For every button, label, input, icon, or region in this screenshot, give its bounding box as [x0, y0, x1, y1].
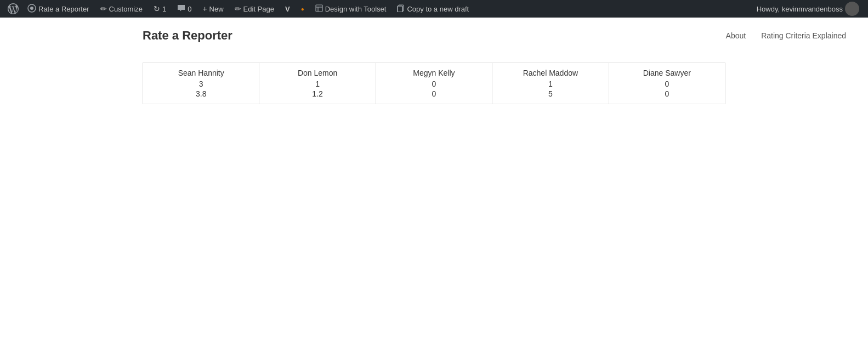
new-label: New	[209, 5, 224, 13]
updates-icon: ↻	[154, 4, 160, 13]
admin-bar-updates[interactable]: ↻ 1	[148, 0, 172, 18]
toolset-v-icon: V	[285, 5, 290, 13]
reporter-count-3: 1	[501, 80, 599, 88]
admin-bar-copy-draft[interactable]: Copy to a new draft	[392, 0, 474, 18]
admin-bar-edit-page[interactable]: ✏ Edit Page	[229, 0, 280, 18]
admin-greeting: Howdy, kevinmvandenboss	[757, 5, 843, 13]
customize-label: Customize	[109, 5, 143, 13]
reporter-rating-4: 0	[618, 89, 716, 98]
reporter-cell-0[interactable]: Sean Hannity 3 3.8	[143, 63, 259, 104]
edit-page-icon: ✏	[235, 4, 241, 13]
reporter-name-2: Megyn Kelly	[385, 69, 483, 77]
page-content: Rate a Reporter About Rating Criteria Ex…	[0, 18, 868, 356]
comments-icon	[177, 4, 185, 13]
reporter-rating-1: 1.2	[268, 89, 366, 98]
admin-bar-design-toolset[interactable]: Design with Toolset	[310, 0, 392, 18]
admin-bar-right: Howdy, kevinmvandenboss	[752, 2, 864, 16]
reporter-table-body: Sean Hannity 3 3.8 Don Lemon 1 1.2 Megyn…	[143, 63, 725, 104]
design-toolset-icon	[315, 4, 323, 14]
site-link-label: Rate a Reporter	[38, 5, 89, 13]
new-icon: +	[202, 4, 207, 13]
admin-bar: Rate a Reporter ✏ Customize ↻ 1 0 + New …	[0, 0, 868, 18]
table-container: Sean Hannity 3 3.8 Don Lemon 1 1.2 Megyn…	[0, 52, 868, 126]
edit-page-label: Edit Page	[243, 5, 274, 13]
reporter-name-1: Don Lemon	[268, 69, 366, 77]
admin-bar-comments[interactable]: 0	[172, 0, 197, 18]
customize-icon: ✏	[100, 4, 107, 13]
reporter-cell-1[interactable]: Don Lemon 1 1.2	[259, 63, 376, 104]
admin-bar-toolset-dot[interactable]: ●	[296, 0, 310, 18]
site-title: Rate a Reporter	[143, 29, 232, 43]
reporter-name-3: Rachel Maddow	[501, 69, 599, 77]
reporter-count-4: 0	[618, 80, 716, 88]
reporter-cell-2[interactable]: Megyn Kelly 0 0	[376, 63, 492, 104]
design-toolset-label: Design with Toolset	[325, 5, 387, 13]
reporter-rating-3: 5	[501, 89, 599, 98]
reporter-cell-3[interactable]: Rachel Maddow 1 5	[492, 63, 609, 104]
admin-bar-customize[interactable]: ✏ Customize	[95, 0, 148, 18]
admin-bar-new[interactable]: + New	[197, 0, 229, 18]
reporter-cell-4[interactable]: Diane Sawyer 0 0	[609, 63, 725, 104]
reporter-table: Sean Hannity 3 3.8 Don Lemon 1 1.2 Megyn…	[143, 63, 725, 104]
updates-count: 1	[162, 5, 166, 13]
wordpress-logo[interactable]	[4, 0, 22, 18]
reporter-count-1: 1	[268, 80, 366, 88]
admin-bar-toolset-v[interactable]: V	[280, 0, 296, 18]
reporter-count-0: 3	[152, 80, 250, 88]
admin-bar-site-link[interactable]: Rate a Reporter	[22, 0, 95, 18]
site-header: Rate a Reporter About Rating Criteria Ex…	[0, 18, 868, 52]
svg-rect-2	[316, 5, 322, 12]
reporter-name-4: Diane Sawyer	[618, 69, 716, 77]
site-icon	[27, 4, 36, 14]
reporter-rating-2: 0	[385, 89, 483, 98]
nav-rating-criteria[interactable]: Rating Criteria Explained	[761, 31, 846, 40]
comments-count: 0	[188, 5, 191, 13]
reporter-count-2: 0	[385, 80, 483, 88]
toolset-dot-icon: ●	[301, 6, 304, 12]
reporter-rating-0: 3.8	[152, 89, 250, 98]
svg-point-1	[30, 7, 33, 10]
admin-avatar[interactable]	[845, 2, 859, 16]
nav-about[interactable]: About	[726, 31, 746, 40]
site-nav: About Rating Criteria Explained	[726, 31, 846, 40]
admin-bar-left: Rate a Reporter ✏ Customize ↻ 1 0 + New …	[4, 0, 752, 18]
reporter-name-0: Sean Hannity	[152, 69, 250, 77]
copy-draft-icon	[397, 4, 405, 14]
copy-draft-label: Copy to a new draft	[407, 5, 469, 13]
svg-rect-6	[398, 6, 402, 12]
